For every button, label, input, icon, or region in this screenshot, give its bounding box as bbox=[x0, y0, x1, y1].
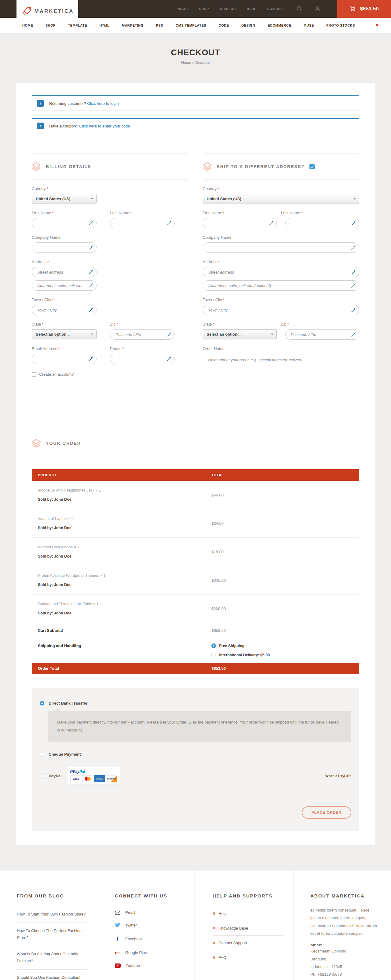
nav-shop[interactable]: SHOP bbox=[46, 24, 56, 27]
billing-zip-input[interactable] bbox=[110, 329, 175, 340]
product-name: iPhone 5s with Headphones Jack × 1 bbox=[38, 488, 199, 492]
social-twitter-link[interactable]: Twitter bbox=[115, 919, 185, 931]
social-facebook-link[interactable]: f Facebook bbox=[115, 931, 185, 946]
coupon-link[interactable]: Click here to enter your code bbox=[79, 124, 130, 128]
nav-muse[interactable]: MUSE bbox=[304, 24, 314, 27]
shipping-section-head: SHIP TO A DIFFERENT ADDRESS? bbox=[203, 153, 359, 180]
top-nav-blog[interactable]: BLOG bbox=[247, 7, 257, 11]
product-seller: Sold by: John Doe bbox=[38, 526, 199, 530]
social-google-plus-link[interactable]: g+ Google Plus bbox=[115, 946, 185, 959]
shipping-section: SHIP TO A DIFFERENT ADDRESS? Country* Un… bbox=[203, 153, 359, 410]
info-icon: i bbox=[37, 123, 44, 129]
billing-apartment-input[interactable] bbox=[32, 280, 97, 291]
billing-state-select[interactable]: Select an option... bbox=[32, 329, 97, 339]
brand-logo[interactable]: MARKETICA bbox=[16, 0, 78, 22]
help-link[interactable]: Help bbox=[213, 906, 283, 921]
col-total: TOTAL bbox=[205, 469, 359, 481]
social-youtube-link[interactable]: Youtube bbox=[115, 959, 185, 972]
nav-marketing[interactable]: MARKETING bbox=[122, 24, 143, 27]
blog-post-link[interactable]: What is So Alluring About Celebrity Fash… bbox=[17, 946, 87, 970]
bullet-icon bbox=[213, 912, 215, 915]
pen-icon bbox=[167, 332, 172, 337]
shipping-company-input[interactable] bbox=[203, 242, 359, 253]
pen-icon bbox=[88, 221, 93, 226]
what-is-paypal-link[interactable]: What is PayPal? bbox=[325, 774, 351, 778]
order-table-header: PRODUCT TOTAL bbox=[32, 469, 359, 481]
chevron-down-icon bbox=[91, 198, 93, 200]
billing-last-name-input[interactable] bbox=[110, 218, 175, 228]
address-line: Kecamatan Coblong bbox=[310, 947, 381, 955]
shipping-town-input[interactable] bbox=[203, 305, 359, 315]
product-total: $200.00 bbox=[205, 606, 359, 611]
search-icon[interactable] bbox=[296, 6, 302, 12]
login-link[interactable]: Click here to login bbox=[87, 101, 119, 106]
nav-design[interactable]: DESIGN bbox=[241, 24, 255, 27]
order-notes-textarea[interactable] bbox=[203, 354, 359, 409]
amex-card-icon: AMEX bbox=[94, 775, 105, 782]
shipping-country-select[interactable]: United States (US) bbox=[203, 194, 359, 204]
blog-post-link[interactable]: How To Choose The Perfect Fashion Store? bbox=[17, 923, 87, 947]
billing-country-select[interactable]: United States (US) bbox=[32, 194, 97, 204]
nav-code[interactable]: CODE bbox=[219, 24, 229, 27]
pen-icon bbox=[351, 332, 356, 337]
billing-town-field: Town / City* bbox=[32, 298, 189, 315]
create-account-checkbox[interactable] bbox=[32, 372, 36, 377]
nav-psd[interactable]: PSD bbox=[156, 24, 164, 27]
radio-selected-icon[interactable] bbox=[211, 643, 216, 648]
radio-icon[interactable] bbox=[40, 752, 44, 757]
radio-icon[interactable] bbox=[211, 652, 216, 657]
blog-post-link[interactable]: Should You Use Fashion Consultant Servic… bbox=[17, 970, 87, 980]
bullet-icon bbox=[213, 956, 215, 959]
radio-selected-icon[interactable] bbox=[40, 701, 44, 705]
shipping-apartment-input[interactable] bbox=[203, 280, 359, 291]
user-account-icon[interactable] bbox=[315, 6, 321, 12]
blog-title: FROM OUR BLOG bbox=[17, 893, 87, 898]
top-nav-shop[interactable]: SHOP bbox=[199, 7, 209, 11]
nav-template[interactable]: TEMPLATE bbox=[68, 24, 87, 27]
top-nav-wishlist[interactable]: WISHLIST bbox=[219, 7, 237, 11]
nav-html[interactable]: HTML bbox=[100, 24, 110, 27]
help-link[interactable]: Contact Support bbox=[213, 935, 283, 950]
billing-email-input[interactable] bbox=[32, 354, 97, 364]
nav-cms-templates[interactable]: CMS TEMPLATES bbox=[176, 24, 206, 27]
payment-cheque-option[interactable]: Cheque Payment bbox=[40, 752, 351, 757]
radio-icon[interactable] bbox=[40, 774, 44, 778]
shipping-address-field: Address* bbox=[203, 259, 359, 291]
blog-post-link[interactable]: How To Start Your Own Fashion Store? bbox=[17, 906, 87, 923]
social-email-link[interactable]: Email bbox=[115, 906, 185, 919]
shipping-option-free[interactable]: Free Shipping bbox=[211, 643, 353, 648]
ship-different-checkbox[interactable] bbox=[310, 164, 315, 169]
shipping-first-name-input[interactable] bbox=[203, 218, 277, 228]
nav-photo-stocks[interactable]: PHOTO STOCKS bbox=[326, 24, 355, 27]
top-nav-contact[interactable]: CONTACT bbox=[267, 7, 284, 11]
billing-street-input[interactable] bbox=[32, 267, 97, 277]
breadcrumb-home[interactable]: Home bbox=[181, 60, 191, 65]
order-item-row: Variant of Laptop × 1 Sold by: John Doe … bbox=[32, 509, 359, 538]
shipping-handling-row: Shipping and Handling Free Shipping Inte… bbox=[32, 638, 359, 663]
place-order-button[interactable]: PLACE ORDER bbox=[302, 807, 351, 819]
billing-company-input[interactable] bbox=[32, 242, 97, 253]
nav-home[interactable]: HOME bbox=[22, 24, 33, 27]
top-nav-pages[interactable]: PAGES bbox=[177, 7, 189, 11]
returning-customer-text: Returning customer? Click here to login bbox=[49, 101, 119, 106]
payment-paypal-option[interactable]: PayPal PPayPal VISA AMEX DISCOVER What i… bbox=[40, 767, 351, 785]
billing-town-input[interactable] bbox=[32, 305, 97, 315]
billing-first-name-input[interactable] bbox=[32, 218, 97, 228]
cart-button[interactable]: $653.50 bbox=[337, 0, 391, 18]
order-total-value: $653.50 bbox=[205, 663, 359, 674]
payment-bank-option[interactable]: Direct Bank Transfer bbox=[40, 701, 351, 705]
pen-icon bbox=[351, 245, 356, 250]
nav-ecommerce[interactable]: ECOMMERCE bbox=[268, 24, 291, 27]
help-link[interactable]: Knowladge Base bbox=[213, 921, 283, 935]
shipping-last-name-input[interactable] bbox=[285, 218, 359, 228]
billing-phone-input[interactable] bbox=[110, 354, 175, 364]
shipping-state-select[interactable]: Select an option... bbox=[203, 329, 277, 339]
checkout-forms: BILLING DETAILS Country* United States (… bbox=[32, 153, 359, 410]
help-link[interactable]: FAQ bbox=[213, 950, 283, 965]
shipping-zip-input[interactable] bbox=[285, 329, 359, 340]
billing-address-field: Address* bbox=[32, 259, 189, 291]
connect-title: CONNECT WITH US bbox=[115, 893, 185, 898]
address-line: Email. someone@someone.com bbox=[310, 978, 381, 980]
shipping-option-international[interactable]: International Delivery: $5.90 bbox=[211, 652, 353, 657]
shipping-street-input[interactable] bbox=[203, 267, 359, 277]
